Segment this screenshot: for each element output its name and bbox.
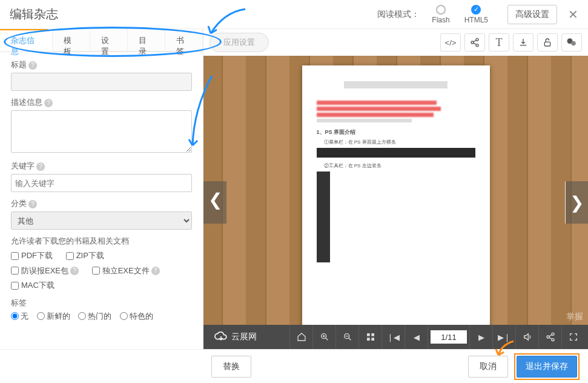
replace-button[interactable]: 替换 [211, 356, 251, 378]
checkbox-pdf[interactable]: PDF下载 [11, 250, 53, 261]
svg-point-13 [547, 336, 549, 338]
description-label: 描述信息? [11, 97, 192, 108]
tag-hot[interactable]: 热门的 [78, 311, 111, 322]
share-icon[interactable] [464, 33, 485, 52]
svg-rect-8 [367, 333, 370, 336]
checkbox-exe-standalone[interactable]: 独立EXE文件? [92, 265, 160, 276]
last-page-icon[interactable]: ▶❘ [492, 325, 515, 349]
close-icon[interactable]: ✕ [568, 7, 578, 22]
unlock-icon[interactable] [537, 33, 558, 52]
first-page-icon[interactable]: ❘◀ [382, 325, 405, 349]
tab-toc[interactable]: 目录 [128, 29, 165, 52]
sound-icon[interactable] [515, 325, 538, 349]
category-select[interactable]: 其他 [11, 211, 192, 230]
keywords-input[interactable] [11, 174, 192, 192]
tag-none[interactable]: 无 [11, 311, 28, 322]
tab-bookmark[interactable]: 书签 [165, 29, 203, 52]
prev-page-arrow[interactable]: ❮ [203, 181, 226, 224]
watermark: 掌握 [566, 311, 583, 322]
page-title: 编辑杂志 [10, 6, 58, 22]
wechat-icon[interactable] [561, 33, 582, 52]
checkbox-zip[interactable]: ZIP下载 [66, 250, 104, 261]
home-icon[interactable] [289, 325, 312, 349]
tab-magazine-info[interactable]: 杂志信息 [0, 29, 53, 52]
help-icon[interactable]: ? [28, 200, 37, 208]
viewer-share-icon[interactable] [538, 325, 561, 349]
save-highlight: 退出并保存 [514, 353, 580, 380]
keywords-label: 关键字? [11, 161, 192, 172]
page-number-display[interactable]: 1/11 [431, 330, 467, 344]
svg-point-12 [552, 333, 554, 335]
help-icon[interactable]: ? [28, 61, 37, 70]
checkbox-mac[interactable]: MAC下载 [11, 280, 55, 291]
tag-fresh[interactable]: 新鲜的 [37, 311, 70, 322]
description-input[interactable] [11, 110, 192, 153]
next-page-arrow[interactable]: ❯ [565, 181, 588, 224]
brand-logo[interactable]: 云展网 [207, 330, 264, 344]
save-exit-button[interactable]: 退出并保存 [517, 356, 577, 378]
svg-rect-3 [544, 42, 550, 46]
fullscreen-icon[interactable] [561, 325, 584, 349]
title-label: 标题? [11, 59, 192, 70]
title-input[interactable] [11, 73, 192, 91]
tab-settings[interactable]: 设置 [90, 29, 128, 52]
text-icon[interactable]: T [489, 33, 509, 52]
document-page: 1、PS 界面介绍 ①菜单栏：在 PS 界面最上方横条 ②工具栏：在 PS 左边… [302, 65, 490, 339]
help-icon[interactable]: ? [151, 267, 160, 275]
next-icon[interactable]: ▶ [469, 325, 492, 349]
zoom-out-icon[interactable] [335, 325, 358, 349]
svg-point-0 [476, 38, 478, 41]
thumbnails-icon[interactable] [358, 325, 382, 349]
prev-icon[interactable]: ◀ [405, 325, 428, 349]
tag-featured[interactable]: 特色的 [120, 311, 153, 322]
apply-settings-button[interactable]: 应用设置 [210, 33, 269, 52]
preview-area: ❮ ❯ 1、PS 界面介绍 ①菜单栏：在 PS 界面最上方横条 ②工具栏：在 P… [203, 56, 588, 349]
category-label: 分类? [11, 198, 192, 209]
tabs-bar: 杂志信息 模板 设置 目录 书签 [0, 29, 203, 52]
reading-mode-label: 阅读模式： [377, 9, 420, 20]
svg-point-5 [571, 41, 576, 46]
svg-rect-11 [371, 338, 374, 341]
tags-label: 标签 [11, 298, 192, 308]
svg-point-14 [552, 339, 554, 341]
cancel-button[interactable]: 取消 [468, 356, 508, 378]
svg-point-1 [471, 41, 474, 44]
download-section-label: 允许读者下载您的书籍及相关文档 [11, 236, 192, 247]
help-icon[interactable]: ? [70, 267, 79, 275]
svg-point-2 [476, 44, 478, 47]
checkbox-exe-safe[interactable]: 防误报EXE包? [11, 265, 79, 276]
reading-mode-html5-label: HTML5 [464, 16, 488, 24]
tab-template[interactable]: 模板 [53, 29, 90, 52]
advanced-settings-button[interactable]: 高级设置 [507, 5, 557, 24]
reading-mode-flash[interactable]: Flash [432, 5, 449, 24]
svg-rect-10 [367, 338, 370, 341]
zoom-in-icon[interactable] [312, 325, 335, 349]
reading-mode-html5[interactable]: ✓ HTML5 [464, 5, 488, 24]
code-icon[interactable]: </> [440, 33, 461, 52]
svg-rect-9 [371, 333, 374, 336]
reading-mode-flash-label: Flash [432, 16, 449, 24]
help-icon[interactable]: ? [44, 99, 53, 107]
help-icon[interactable]: ? [36, 162, 45, 171]
download-icon[interactable] [513, 33, 533, 52]
